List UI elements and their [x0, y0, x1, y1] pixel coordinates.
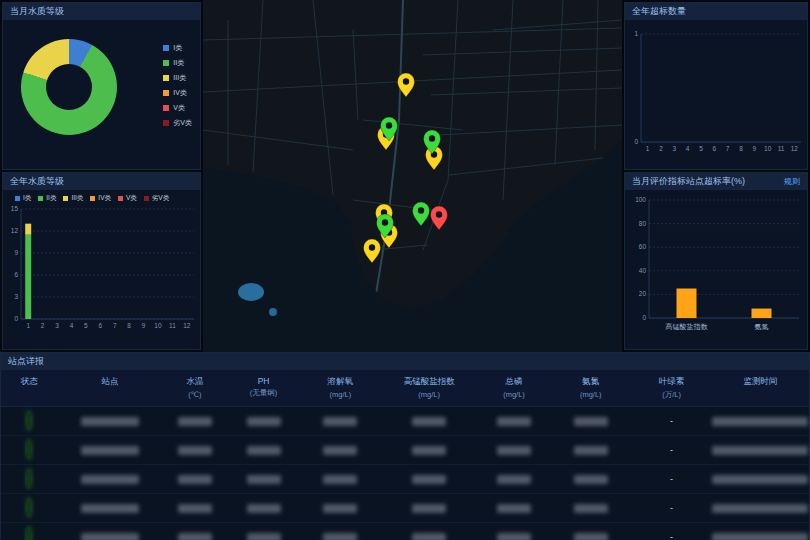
- svg-text:1: 1: [26, 322, 30, 329]
- svg-text:15: 15: [11, 205, 19, 212]
- station-map[interactable]: [203, 0, 622, 352]
- redacted-water-temp: [178, 446, 212, 455]
- redacted-ammonia-nitrogen: [574, 533, 608, 540]
- svg-text:6: 6: [14, 271, 18, 278]
- map-bay-highlight: [238, 283, 264, 301]
- svg-text:60: 60: [639, 243, 647, 250]
- legend-item[interactable]: IV类: [163, 88, 192, 98]
- svg-text:10: 10: [154, 322, 162, 329]
- panel-year-exceed-title: 全年超标数量: [632, 3, 686, 20]
- rules-link[interactable]: 规则: [784, 173, 800, 190]
- table-column-header: 溶解氧(mg/L): [300, 376, 381, 400]
- panel-month-quality: 当月水质等级 I类 II类 III类 IV类 V类 劣V类: [2, 2, 201, 170]
- svg-text:2: 2: [41, 322, 45, 329]
- legend-item[interactable]: I类: [163, 43, 192, 53]
- svg-text:2: 2: [659, 145, 663, 152]
- svg-text:氨氮: 氨氮: [755, 323, 769, 331]
- panel-year-exceed: 全年超标数量 01123456789101112: [624, 2, 808, 170]
- redacted-monitor-time: [712, 417, 808, 426]
- legend-swatch: [163, 105, 169, 111]
- status-led: [27, 468, 31, 489]
- svg-text:7: 7: [726, 145, 730, 152]
- svg-text:8: 8: [739, 145, 743, 152]
- water-quality-dashboard: 当月水质等级 I类 II类 III类 IV类 V类 劣V类 全年水质等级: [0, 0, 810, 540]
- legend-label: I类: [23, 194, 31, 203]
- legend-swatch: [163, 45, 169, 51]
- svg-text:7: 7: [113, 322, 117, 329]
- redacted-ammonia-nitrogen: [574, 475, 608, 484]
- legend-item[interactable]: V类: [163, 103, 192, 113]
- svg-text:3: 3: [673, 145, 677, 152]
- redacted-station-name: [81, 475, 139, 484]
- legend-label: 劣V类: [173, 118, 192, 128]
- svg-text:4: 4: [70, 322, 74, 329]
- year-quality-bar-chart: 03691215123456789101112: [3, 203, 200, 337]
- table-row[interactable]: -: [1, 436, 809, 465]
- redacted-water-temp: [178, 417, 212, 426]
- table-column-header: 监测时间: [712, 376, 809, 400]
- table-row[interactable]: -: [1, 523, 809, 540]
- svg-text:12: 12: [11, 227, 19, 234]
- legend-item[interactable]: 劣V类: [144, 194, 169, 203]
- legend-item[interactable]: II类: [38, 194, 56, 203]
- table-column-header: 氨氮(mg/L): [550, 376, 631, 400]
- svg-text:10: 10: [764, 145, 772, 152]
- legend-label: V类: [173, 103, 185, 113]
- svg-text:1: 1: [634, 30, 638, 37]
- legend-swatch: [118, 196, 123, 201]
- svg-text:5: 5: [84, 322, 88, 329]
- svg-text:12: 12: [183, 322, 191, 329]
- legend-label: IV类: [98, 194, 111, 203]
- legend-swatch: [90, 196, 95, 201]
- redacted-ph: [247, 475, 281, 484]
- panel-station-table-title: 站点详报: [8, 353, 44, 370]
- legend-label: I类: [173, 43, 182, 53]
- svg-text:3: 3: [55, 322, 59, 329]
- legend-item[interactable]: II类: [163, 58, 192, 68]
- redacted-dissolved-oxygen: [323, 446, 357, 455]
- table-row[interactable]: -: [1, 465, 809, 494]
- svg-text:100: 100: [635, 196, 646, 203]
- status-led: [27, 410, 31, 431]
- redacted-monitor-time: [712, 533, 808, 540]
- legend-item[interactable]: 劣V类: [163, 118, 192, 128]
- redacted-total-phosphorus: [497, 533, 531, 540]
- redacted-ammonia-nitrogen: [574, 504, 608, 513]
- legend-item[interactable]: III类: [163, 73, 192, 83]
- svg-text:9: 9: [753, 145, 757, 152]
- chlorophyll-value: -: [631, 503, 712, 513]
- redacted-station-name: [81, 533, 139, 540]
- svg-text:12: 12: [791, 145, 799, 152]
- redacted-water-temp: [178, 504, 212, 513]
- svg-text:高锰酸盐指数: 高锰酸盐指数: [666, 323, 709, 331]
- svg-text:0: 0: [642, 314, 646, 321]
- table-row[interactable]: -: [1, 494, 809, 523]
- map-canvas: [203, 0, 622, 352]
- redacted-monitor-time: [712, 446, 808, 455]
- legend-label: 劣V类: [152, 194, 169, 203]
- svg-text:8: 8: [127, 322, 131, 329]
- legend-item[interactable]: V类: [118, 194, 137, 203]
- svg-text:40: 40: [639, 267, 647, 274]
- station-table-body: - - -: [1, 407, 809, 540]
- panel-month-rate: 当月评价指标站点超标率(%) 规则 020406080100高锰酸盐指数氨氮: [624, 172, 808, 350]
- svg-text:5: 5: [699, 145, 703, 152]
- redacted-dissolved-oxygen: [323, 533, 357, 540]
- legend-item[interactable]: III类: [63, 194, 83, 203]
- panel-year-quality-header: 全年水质等级: [3, 173, 200, 190]
- legend-label: V类: [126, 194, 137, 203]
- legend-label: II类: [46, 194, 56, 203]
- panel-month-quality-header: 当月水质等级: [3, 3, 200, 20]
- redacted-permanganate-index: [412, 417, 446, 426]
- legend-item[interactable]: IV类: [90, 194, 111, 203]
- svg-text:0: 0: [14, 315, 18, 322]
- redacted-total-phosphorus: [497, 475, 531, 484]
- redacted-monitor-time: [712, 475, 808, 484]
- redacted-station-name: [81, 504, 139, 513]
- legend-swatch: [63, 196, 68, 201]
- table-row[interactable]: -: [1, 407, 809, 436]
- legend-item[interactable]: I类: [15, 194, 31, 203]
- legend-swatch: [163, 90, 169, 96]
- redacted-monitor-time: [712, 504, 808, 513]
- status-led: [27, 497, 31, 518]
